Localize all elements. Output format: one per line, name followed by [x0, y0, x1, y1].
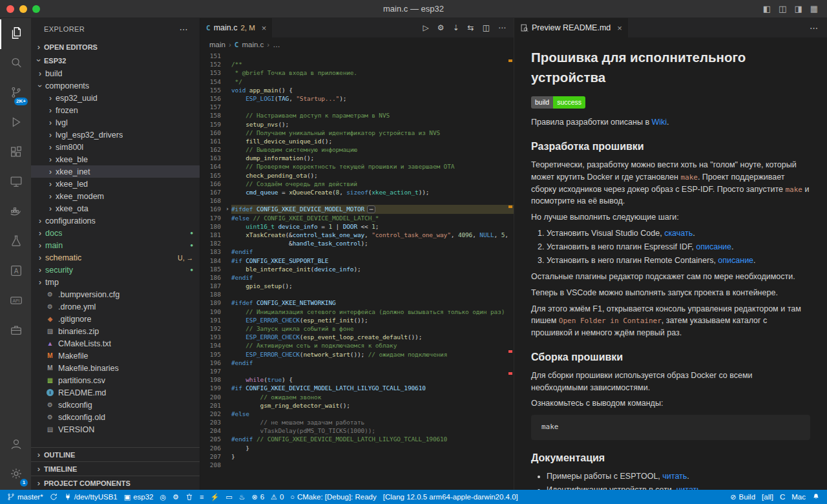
- activity-account[interactable]: [0, 430, 31, 460]
- activity-tools[interactable]: [0, 317, 31, 346]
- tree-folder-frozen[interactable]: ›frozen: [31, 104, 200, 116]
- code-line[interactable]: 208: [200, 461, 514, 469]
- settings-icon[interactable]: ⚙: [437, 23, 445, 32]
- status-erase-flash[interactable]: ≡: [196, 490, 207, 504]
- swap-icon[interactable]: ⇆: [468, 23, 474, 32]
- code-line[interactable]: 205#endif // CONFIG_XKEE_DEVICE_MODEL_LA…: [200, 435, 514, 443]
- tree-folder-build[interactable]: ›build: [31, 67, 200, 79]
- status-sync[interactable]: [47, 490, 61, 504]
- status-errors[interactable]: ⊗6: [248, 490, 267, 504]
- code-line[interactable]: 159 setup_nvs();: [200, 120, 514, 129]
- tree-file-.drone.yml[interactable]: ⚙.drone.yml: [31, 300, 200, 313]
- tree-folder-schematic[interactable]: ›schematicU, →: [31, 251, 200, 264]
- status-build-target[interactable]: [all]: [759, 490, 777, 504]
- code-line[interactable]: 154 */: [200, 78, 514, 86]
- status-cpp-config[interactable]: Mac: [788, 490, 809, 504]
- code-line[interactable]: 184#if CONFIG_XKEE_SUPPORT_BLE: [200, 257, 514, 265]
- tree-file-Makefile[interactable]: MMakefile: [31, 350, 200, 362]
- status-cmake-status[interactable]: ○CMake: [Debug]: Ready: [287, 490, 379, 504]
- tree-folder-xkee_led[interactable]: ›xkee_led: [31, 178, 200, 190]
- code-line[interactable]: 191 ESP_ERROR_CHECK(esp_netif_init());: [200, 316, 514, 324]
- code-line[interactable]: 197: [200, 367, 514, 375]
- close-window-button[interactable]: [6, 5, 14, 13]
- link[interactable]: скачать: [664, 229, 693, 238]
- activity-search[interactable]: [0, 49, 31, 79]
- status-flash-monitor[interactable]: ♨: [236, 490, 249, 504]
- code-line[interactable]: 183#endif: [200, 247, 514, 256]
- toggle-secondary-sidebar-icon[interactable]: ◨: [794, 4, 802, 14]
- status-build[interactable]: ⊘Build: [727, 490, 759, 504]
- status-idf-target[interactable]: ◎: [157, 490, 170, 504]
- run-icon[interactable]: ▷: [423, 23, 429, 32]
- code-line[interactable]: 200 // ожидаем звонок: [200, 393, 514, 401]
- code-line[interactable]: 193 ESP_ERROR_CHECK(esp_event_loop_creat…: [200, 333, 514, 341]
- tree-folder-esp32_uuid[interactable]: ›esp32_uuid: [31, 92, 200, 104]
- status-full-clean[interactable]: [182, 490, 196, 504]
- toggle-panel-icon[interactable]: ◫: [779, 4, 786, 14]
- tree-folder-docs[interactable]: ›docs●: [31, 227, 200, 239]
- tree-folder-lvgl_esp32_drivers[interactable]: ›lvgl_esp32_drivers: [31, 129, 200, 141]
- code-line[interactable]: 163 dump_information();: [200, 154, 514, 162]
- tree-file-partitions.csv[interactable]: ▦partitions.csv: [31, 374, 200, 386]
- preview-more-icon[interactable]: ⋯: [810, 23, 827, 33]
- code-line[interactable]: 202#else: [200, 410, 514, 418]
- activity-explorer[interactable]: [0, 19, 31, 49]
- link[interactable]: описание: [718, 256, 753, 265]
- link[interactable]: читать: [676, 485, 701, 490]
- status-notifications[interactable]: [809, 490, 823, 504]
- code-line[interactable]: 180 uint16_t device_info = 1 | DOOR << 1…: [200, 222, 514, 231]
- code-line[interactable]: 169›#ifdef CONFIG_XKEE_DEVICE_MODEL_MOTO…: [200, 205, 514, 213]
- status-monitor[interactable]: ▭: [222, 490, 235, 504]
- tree-folder-configurations[interactable]: ›configurations: [31, 215, 200, 227]
- code-line[interactable]: 194 // Активируем сеть и подключаемся к …: [200, 341, 514, 350]
- outline-section[interactable]: › OUTLINE: [31, 447, 200, 461]
- project-section[interactable]: › ESP32: [31, 54, 200, 67]
- status-cmake-kit[interactable]: [Clang 12.0.5 arm64-apple-darwin20.4.0]: [380, 490, 521, 504]
- code-line[interactable]: 152/**: [200, 60, 514, 68]
- code-line[interactable]: 155void app_main() {: [200, 86, 514, 94]
- tree-file-Makefile.binaries[interactable]: MMakefile.binaries: [31, 362, 200, 374]
- status-esp-target[interactable]: ▣esp32: [121, 490, 157, 504]
- timeline-section[interactable]: › TIMELINE: [31, 461, 200, 476]
- tree-file-README.md[interactable]: iREADME.md: [31, 386, 200, 399]
- zoom-window-button[interactable]: [32, 5, 40, 13]
- breadcrumb-item[interactable]: …: [273, 41, 280, 48]
- link[interactable]: читать: [662, 472, 687, 481]
- more-icon[interactable]: ⋯: [498, 23, 506, 32]
- code-line[interactable]: 179#else // CONFIG_XKEE_DEVICE_MODEL_LAT…: [200, 214, 514, 222]
- tree-file-.bumpversion.cfg[interactable]: ⚙.bumpversion.cfg: [31, 288, 200, 300]
- customize-layout-icon[interactable]: ▦: [810, 4, 818, 14]
- close-preview-icon[interactable]: ×: [617, 23, 622, 33]
- code-line[interactable]: 201 gsm_ring_detector_wait();: [200, 401, 514, 410]
- code-line[interactable]: 198 while(true) {: [200, 375, 514, 384]
- link[interactable]: описание: [696, 242, 731, 251]
- close-tab-icon[interactable]: ×: [262, 23, 267, 33]
- code-line[interactable]: 207}: [200, 452, 514, 461]
- status-language-mode[interactable]: C: [777, 490, 788, 504]
- code-editor[interactable]: 151152/**153 * @brief Точка входа в прил…: [200, 52, 514, 490]
- tab-main-c[interactable]: C main.c 2, M ×: [200, 18, 272, 37]
- code-line[interactable]: 188: [200, 290, 514, 299]
- code-line[interactable]: 165 check_pending_ota();: [200, 171, 514, 180]
- link[interactable]: Wiki: [652, 118, 667, 127]
- code-line[interactable]: 189#ifdef CONFIG_XKEE_NETWORKING: [200, 299, 514, 307]
- tree-folder-main[interactable]: ›main●: [31, 239, 200, 251]
- tree-folder-sim800l[interactable]: ›sim800l: [31, 141, 200, 153]
- breadcrumb-item[interactable]: main.c: [242, 41, 264, 48]
- code-line[interactable]: 164 // Проверяем корректность текущей пр…: [200, 162, 514, 171]
- status-git-branch[interactable]: master*: [4, 490, 47, 504]
- split-editor-icon[interactable]: ◫: [483, 23, 490, 32]
- code-line[interactable]: 161 fill_device_unique_id();: [200, 137, 514, 145]
- code-line[interactable]: 153 * @brief Точка входа в приложение.: [200, 68, 514, 77]
- code-line[interactable]: 204 vTaskDelay(pdMS_TO_TICKS(1000));: [200, 426, 514, 435]
- folded-code-icon[interactable]: ⋯: [367, 205, 375, 213]
- code-line[interactable]: 167 cmd_queue = xQueueCreate(8, sizeof(x…: [200, 188, 514, 196]
- code-line[interactable]: 181 xTaskCreate(&control_task_one_way, "…: [200, 231, 514, 239]
- minimize-window-button[interactable]: [19, 5, 27, 13]
- sidebar-more-icon[interactable]: ⋯: [180, 25, 188, 34]
- code-line[interactable]: 182 &handle_task_control);: [200, 239, 514, 247]
- status-flash[interactable]: ⚡: [207, 490, 222, 504]
- tree-file-.gitignore[interactable]: ◆.gitignore: [31, 313, 200, 325]
- project-components-section[interactable]: › PROJECT COMPONENTS: [31, 476, 200, 490]
- open-editors-section[interactable]: › OPEN EDITORS: [31, 40, 200, 54]
